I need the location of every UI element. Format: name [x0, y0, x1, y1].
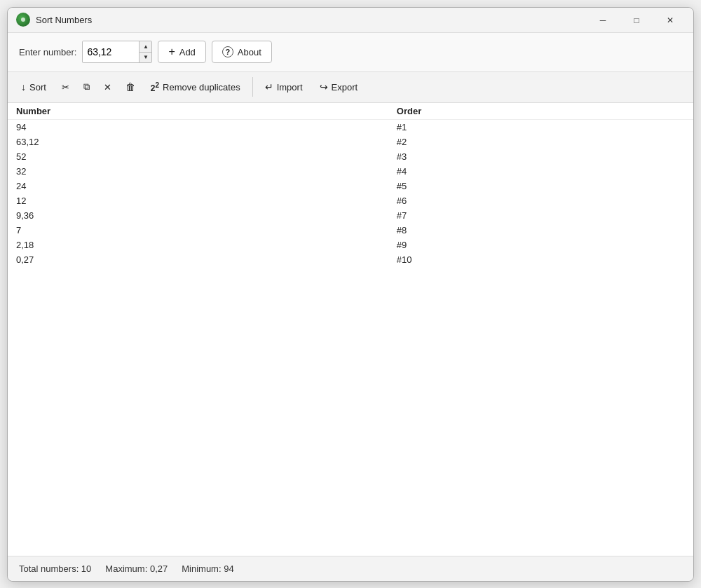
- table-row[interactable]: 12#6: [8, 193, 693, 208]
- cell-number: 94: [8, 119, 388, 135]
- table-row[interactable]: 94#1: [8, 119, 693, 135]
- about-button[interactable]: ? About: [212, 41, 272, 63]
- col-number: Number: [8, 103, 388, 120]
- delete-icon: 🗑: [125, 81, 135, 93]
- spinner-down-button[interactable]: ▼: [139, 52, 151, 63]
- remove-duplicates-button[interactable]: 22 Remove duplicates: [143, 76, 248, 98]
- app-icon: [16, 13, 30, 27]
- toolbar: ↓ Sort ✂ ⧉ ✕ 🗑 22 Remove duplicates ↵ Im…: [8, 72, 693, 103]
- clear-button[interactable]: ✕: [97, 76, 118, 98]
- table-row[interactable]: 52#3: [8, 149, 693, 164]
- maximize-button[interactable]: □: [620, 9, 653, 32]
- titlebar: Sort Numbers ─ □ ✕: [8, 8, 693, 33]
- sort-icon: ↓: [21, 81, 26, 93]
- cell-order: #10: [388, 252, 693, 267]
- delete-button[interactable]: 🗑: [119, 76, 142, 98]
- add-label: Add: [179, 47, 196, 57]
- about-icon: ?: [222, 46, 233, 57]
- table-row[interactable]: 0,27#10: [8, 252, 693, 267]
- cell-number: 52: [8, 149, 388, 164]
- copy-button[interactable]: ⧉: [77, 76, 96, 98]
- cell-number: 0,27: [8, 252, 388, 267]
- table-row[interactable]: 63,12#2: [8, 135, 693, 149]
- import-label: Import: [277, 82, 303, 93]
- cell-order: #3: [388, 149, 693, 164]
- cell-order: #7: [388, 208, 693, 223]
- main-window: Sort Numbers ─ □ ✕ Enter number: ▲ ▼ + A…: [7, 7, 694, 582]
- status-total: Total numbers: 10: [19, 563, 91, 574]
- cell-number: 24: [8, 179, 388, 193]
- table-row[interactable]: 24#5: [8, 179, 693, 193]
- inputbar: Enter number: ▲ ▼ + Add ? About: [8, 33, 693, 72]
- clear-icon: ✕: [104, 82, 111, 93]
- table-row[interactable]: 9,36#7: [8, 208, 693, 223]
- remove-duplicates-label: Remove duplicates: [163, 82, 240, 93]
- number-input[interactable]: [83, 41, 139, 62]
- cut-icon: ✂: [62, 82, 69, 93]
- titlebar-controls: ─ □ ✕: [587, 8, 686, 33]
- table-body: 94#163,12#252#332#424#512#69,36#77#82,18…: [8, 119, 693, 267]
- duplicates-icon: 22: [151, 81, 159, 93]
- spinner-buttons: ▲ ▼: [139, 41, 151, 62]
- export-icon: ↪: [320, 81, 328, 93]
- import-icon: ↵: [265, 81, 273, 93]
- status-maximum: Maximum: 0,27: [105, 563, 168, 574]
- cell-order: #8: [388, 223, 693, 238]
- cell-number: 63,12: [8, 135, 388, 149]
- table-header: Number Order: [8, 103, 693, 120]
- table-header-row: Number Order: [8, 103, 693, 120]
- about-label: About: [238, 47, 261, 57]
- cell-order: #6: [388, 193, 693, 208]
- sort-label: Sort: [29, 82, 46, 93]
- toolbar-divider-1: [252, 77, 253, 97]
- maximize-icon: □: [634, 15, 639, 25]
- status-minimum: Minimum: 94: [182, 563, 233, 574]
- cell-order: #5: [388, 179, 693, 193]
- minimize-button[interactable]: ─: [587, 9, 619, 32]
- content-area: Number Order 94#163,12#252#332#424#512#6…: [8, 103, 693, 556]
- add-icon: +: [168, 46, 175, 58]
- copy-icon: ⧉: [83, 81, 90, 93]
- close-icon: ✕: [667, 15, 674, 25]
- number-input-wrap: ▲ ▼: [82, 41, 152, 63]
- table-row[interactable]: 2,18#9: [8, 238, 693, 252]
- numbers-table: Number Order 94#163,12#252#332#424#512#6…: [8, 103, 693, 267]
- cell-order: #4: [388, 164, 693, 179]
- add-button[interactable]: + Add: [158, 41, 205, 63]
- cell-number: 12: [8, 193, 388, 208]
- close-button[interactable]: ✕: [654, 9, 686, 32]
- cell-number: 2,18: [8, 238, 388, 252]
- cell-number: 9,36: [8, 208, 388, 223]
- table-row[interactable]: 7#8: [8, 223, 693, 238]
- minimize-icon: ─: [600, 15, 606, 25]
- sort-button[interactable]: ↓ Sort: [13, 76, 54, 98]
- enter-number-label: Enter number:: [19, 47, 76, 57]
- export-label: Export: [332, 82, 358, 93]
- window-title: Sort Numbers: [36, 15, 92, 25]
- cut-button[interactable]: ✂: [55, 76, 76, 98]
- cell-order: #9: [388, 238, 693, 252]
- cell-order: #2: [388, 135, 693, 149]
- cell-order: #1: [388, 119, 693, 135]
- spinner-up-button[interactable]: ▲: [139, 41, 151, 52]
- table-row[interactable]: 32#4: [8, 164, 693, 179]
- cell-number: 32: [8, 164, 388, 179]
- import-button[interactable]: ↵ Import: [257, 76, 311, 98]
- statusbar: Total numbers: 10 Maximum: 0,27 Minimum:…: [8, 556, 693, 581]
- export-button[interactable]: ↪ Export: [312, 76, 366, 98]
- cell-number: 7: [8, 223, 388, 238]
- col-order: Order: [388, 103, 693, 120]
